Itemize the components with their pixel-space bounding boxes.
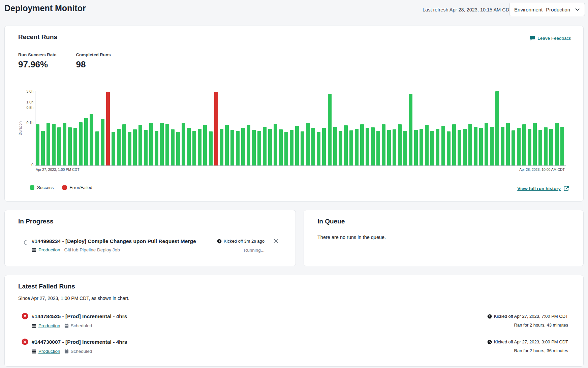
chart-bar-success[interactable]: [447, 131, 451, 165]
chart-bar-success[interactable]: [101, 119, 104, 165]
chart-bar-success[interactable]: [328, 94, 332, 166]
chart-bar-success[interactable]: [128, 132, 131, 165]
chart-bar-success[interactable]: [349, 130, 353, 165]
chart-bar-success[interactable]: [339, 131, 342, 165]
chart-bar-success[interactable]: [501, 127, 504, 165]
chart-bar-success[interactable]: [344, 125, 348, 165]
chart-bar-success[interactable]: [182, 123, 185, 165]
chart-bar-success[interactable]: [366, 128, 369, 165]
leave-feedback-link[interactable]: Leave Feedback: [530, 35, 571, 41]
chart-bar-success[interactable]: [230, 130, 234, 165]
chart-bar-success[interactable]: [122, 124, 126, 165]
chart-bar-success[interactable]: [490, 127, 494, 165]
chart-bar-success[interactable]: [149, 123, 153, 165]
chart-bar-success[interactable]: [203, 125, 207, 165]
chart-bar-success[interactable]: [241, 128, 245, 165]
chart-bar-success[interactable]: [90, 114, 93, 165]
chart-bar-success[interactable]: [79, 122, 83, 165]
chart-bar-success[interactable]: [458, 130, 461, 165]
chart-bar-success[interactable]: [398, 124, 402, 165]
chart-bar-success[interactable]: [68, 127, 72, 165]
chart-bar-success[interactable]: [355, 129, 359, 165]
environment-link[interactable]: Production: [32, 247, 60, 252]
chart-bar-success[interactable]: [274, 124, 277, 165]
chart-bar-success[interactable]: [544, 127, 548, 165]
chart-bar-success[interactable]: [506, 123, 510, 165]
chart-bar-success[interactable]: [301, 131, 304, 165]
chart-bar-success[interactable]: [171, 129, 175, 165]
chart-bar-success[interactable]: [414, 130, 418, 165]
chart-bar-success[interactable]: [485, 123, 488, 165]
chart-bar-success[interactable]: [322, 128, 326, 165]
chart-bar-success[interactable]: [549, 129, 553, 165]
environment-link[interactable]: Production: [32, 349, 60, 354]
chart-bar-success[interactable]: [436, 129, 439, 165]
chart-bar-success[interactable]: [495, 91, 499, 165]
chart-bar-success[interactable]: [257, 131, 261, 165]
chart-bar-success[interactable]: [382, 124, 385, 165]
chart-bar-success[interactable]: [393, 129, 396, 165]
chart-bar-success[interactable]: [95, 131, 99, 165]
chart-bar-success[interactable]: [252, 130, 256, 165]
chart-bar-success[interactable]: [112, 132, 115, 165]
chart-bar-success[interactable]: [295, 126, 299, 165]
chart-bar-success[interactable]: [533, 123, 537, 165]
chart-bar-success[interactable]: [425, 125, 429, 165]
chart-bar-success[interactable]: [52, 124, 56, 165]
chart-bar-success[interactable]: [403, 131, 407, 165]
chart-bar-success[interactable]: [57, 127, 61, 165]
chart-bar-success[interactable]: [220, 129, 223, 165]
chart-bar-success[interactable]: [376, 131, 380, 165]
chart-bar-success[interactable]: [409, 94, 412, 166]
chart-bar-success[interactable]: [155, 131, 158, 165]
chart-bar-success[interactable]: [528, 129, 531, 165]
chart-bar-success[interactable]: [268, 129, 272, 165]
chart-bar-success[interactable]: [165, 124, 169, 165]
chart-bar-success[interactable]: [517, 128, 521, 165]
chart-bar-success[interactable]: [138, 125, 142, 165]
view-full-run-history-link[interactable]: View full run history: [517, 186, 569, 191]
chart-bar-success[interactable]: [176, 132, 180, 165]
chart-bar-success[interactable]: [284, 132, 288, 165]
chart-bar-success[interactable]: [522, 124, 526, 166]
chart-bar-success[interactable]: [512, 130, 515, 165]
chart-bar-success[interactable]: [247, 125, 250, 165]
chart-bar-success[interactable]: [84, 118, 88, 165]
chart-bar-success[interactable]: [560, 127, 564, 165]
chart-bar-success[interactable]: [279, 129, 283, 165]
chart-bar-success[interactable]: [555, 123, 559, 165]
chart-bar-success[interactable]: [63, 123, 66, 165]
chart-bar-success[interactable]: [160, 123, 164, 165]
chart-bar-success[interactable]: [263, 127, 267, 165]
chart-bar-success[interactable]: [133, 129, 137, 165]
chart-bar-success[interactable]: [36, 124, 39, 165]
chart-bar-success[interactable]: [479, 128, 483, 165]
chart-bar-success[interactable]: [290, 130, 293, 165]
chart-bar-success[interactable]: [420, 129, 423, 165]
chart-bar-success[interactable]: [311, 128, 315, 165]
chart-bar-success[interactable]: [192, 131, 196, 165]
chart-bar-success[interactable]: [209, 131, 213, 165]
chart-bar-success[interactable]: [73, 128, 77, 165]
chart-bar-success[interactable]: [474, 127, 477, 165]
chart-bar-success[interactable]: [144, 130, 148, 165]
chart-bar-success[interactable]: [371, 127, 375, 165]
chart-bar-success[interactable]: [225, 125, 229, 165]
chart-bar-failed[interactable]: [106, 92, 110, 165]
chart-bar-success[interactable]: [441, 126, 445, 165]
chart-bar-success[interactable]: [538, 130, 542, 165]
chart-bar-success[interactable]: [468, 124, 472, 165]
environment-link[interactable]: Production: [32, 323, 60, 328]
chart-bar-success[interactable]: [306, 123, 310, 165]
chart-bar-success[interactable]: [236, 131, 240, 165]
chart-bar-success[interactable]: [463, 129, 467, 165]
chart-bar-success[interactable]: [41, 131, 45, 165]
chart-bar-success[interactable]: [117, 129, 121, 165]
chart-bar-success[interactable]: [47, 123, 50, 165]
chart-bar-success[interactable]: [317, 132, 320, 165]
chart-bar-success[interactable]: [198, 129, 202, 165]
chart-bar-failed[interactable]: [214, 92, 218, 165]
chart-bar-success[interactable]: [333, 127, 337, 165]
chart-bar-success[interactable]: [452, 124, 456, 165]
chart-bar-success[interactable]: [360, 124, 364, 165]
